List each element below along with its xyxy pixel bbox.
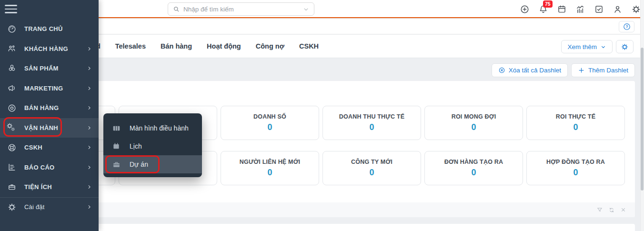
filter-icon[interactable]	[596, 207, 603, 213]
global-search[interactable]	[168, 2, 314, 16]
life-ring-icon	[6, 143, 17, 152]
sidebar-item-label: TRANG CHỦ	[24, 25, 63, 32]
chevron-right-icon	[86, 125, 92, 131]
chevron-down-icon[interactable]	[302, 6, 310, 13]
sidebar-item-label: VẬN HÀNH	[24, 124, 58, 131]
vertical-scrollbar[interactable]	[640, 0, 644, 231]
sidebar-item-label: Cài đặt	[24, 203, 45, 211]
tab-cong-no[interactable]: Công nợ	[256, 42, 284, 50]
sidebar-item-bao-cao[interactable]: BÁO CÁO	[0, 158, 99, 178]
dashlet-panel-footer	[8, 202, 635, 217]
hamburger-menu-icon[interactable]	[5, 5, 17, 16]
analytics-icon[interactable]	[575, 4, 585, 14]
tasks-check-icon[interactable]	[594, 4, 604, 14]
help-button[interactable]: ?	[619, 21, 634, 32]
tab-telesales[interactable]: Telesales	[115, 42, 146, 50]
dashlet-card-doanh-thu-thuc-te: DOANH THU THỰC TẾ 0	[322, 106, 421, 140]
card-title: ROI THỰC TẾ	[556, 113, 595, 120]
gear-icon	[621, 43, 629, 51]
sidebar-item-cskh[interactable]: CSKH	[0, 138, 99, 158]
briefcase-icon	[111, 160, 121, 169]
card-value: 0	[573, 168, 578, 178]
chevron-right-icon	[86, 85, 92, 91]
search-input[interactable]	[183, 6, 299, 13]
card-value: 0	[267, 122, 272, 132]
calendar-icon	[111, 142, 121, 151]
card-title: HỢP ĐỒNG TẠO RA	[546, 159, 605, 165]
plus-icon	[578, 67, 585, 74]
chevron-right-icon	[86, 164, 92, 171]
x-circle-icon	[498, 67, 505, 74]
card-title: ĐƠN HÀNG TẠO RA	[444, 159, 503, 165]
sidebar-item-cai-dat[interactable]: Cài đặt	[0, 197, 99, 217]
sidebar-item-ban-hang[interactable]: BÁN HÀNG	[0, 98, 99, 118]
clear-all-label: Xóa tất cả Dashlet	[509, 67, 561, 74]
dashlet-actions: Xóa tất cả Dashlet Thêm Dashlet	[492, 63, 635, 77]
tab-ban-hang[interactable]: Bán hàng	[161, 42, 192, 50]
gear-icon	[6, 202, 17, 212]
chevron-right-icon	[86, 105, 92, 111]
submenu-item-label: Dự án	[130, 161, 148, 168]
notifications-bell-icon[interactable]: 75	[538, 4, 548, 14]
sidebar-item-tien-ich[interactable]: TIỆN ÍCH	[0, 177, 99, 197]
dashlet-card-roi-thuc-te: ROI THỰC TẾ 0	[526, 106, 625, 140]
dashlet-card-cong-ty-moi: CÔNG TY MỚI 0	[322, 151, 421, 185]
calendar-icon[interactable]	[556, 4, 567, 14]
card-value: 0	[267, 168, 272, 178]
main-sidebar: TRANG CHỦ KHÁCH HÀNG SẢN PHẨM	[0, 0, 99, 231]
dashlet-card-hop-dong-tao-ra: HỢP ĐỒNG TẠO RA 0	[526, 151, 625, 185]
card-value: 0	[471, 168, 476, 178]
refresh-icon[interactable]	[608, 207, 615, 213]
crm-dashboard-window: 75 ? Dashboard Telesales	[0, 0, 644, 231]
chevron-down-icon	[600, 44, 606, 50]
chevron-right-icon	[86, 204, 92, 210]
tabs-settings-button[interactable]	[616, 40, 634, 53]
chevron-right-icon	[86, 144, 92, 151]
submenu-item-label: Màn hình điều hành	[130, 124, 189, 132]
submenu-item-lich[interactable]: Lịch	[103, 137, 202, 155]
submenu-item-du-an[interactable]: Dự án	[103, 155, 202, 173]
see-more-label: Xem thêm	[567, 43, 597, 50]
sidebar-item-label: TIỆN ÍCH	[24, 183, 52, 191]
sidebar-item-label: CSKH	[24, 144, 42, 151]
submenu-item-man-hinh-dieu-hanh[interactable]: Màn hình điều hành	[103, 119, 202, 137]
quick-add-icon[interactable]	[519, 4, 530, 14]
megaphone-icon	[6, 83, 17, 93]
customers-icon	[6, 44, 17, 53]
question-circle-icon: ?	[623, 22, 631, 31]
card-value: 0	[471, 122, 476, 132]
dashlet-card-nguoi-lien-he-moi: NGƯỜI LIÊN HỆ MỚI 0	[221, 151, 319, 185]
target-icon	[6, 103, 17, 113]
next-panel-edge	[8, 224, 635, 231]
dashlet-card-roi-mong-doi: ROI MONG ĐỢI 0	[424, 106, 523, 140]
tab-hoat-dong[interactable]: Hoạt động	[207, 42, 241, 50]
sidebar-item-trang-chu[interactable]: TRANG CHỦ	[0, 19, 99, 39]
user-profile-icon[interactable]	[612, 4, 623, 14]
settings-gear-icon[interactable]	[631, 4, 641, 14]
card-title: DOANH SỐ	[253, 113, 286, 120]
clear-all-dashlets-button[interactable]: Xóa tất cả Dashlet	[492, 63, 568, 77]
chevron-right-icon	[86, 65, 92, 71]
chevron-right-icon	[86, 46, 92, 52]
see-more-button[interactable]: Xem thêm	[561, 40, 613, 53]
add-dashlet-button[interactable]: Thêm Dashlet	[571, 63, 635, 77]
card-title: DOANH THU THỰC TẾ	[339, 113, 404, 120]
search-icon	[172, 5, 180, 13]
topbar-icon-cluster: 75	[519, 0, 641, 18]
add-dashlet-label: Thêm Dashlet	[588, 67, 628, 74]
dashlet-panel: DOANH SỐ 0 DOANH THU THỰC TẾ 0 ROI MONG …	[8, 81, 635, 217]
sidebar-item-van-hanh[interactable]: VẬN HÀNH	[0, 118, 99, 138]
sidebar-item-label: KHÁCH HÀNG	[24, 45, 68, 52]
close-icon[interactable]	[620, 207, 626, 213]
sidebar-item-khach-hang[interactable]: KHÁCH HÀNG	[0, 39, 99, 59]
tab-cskh[interactable]: CSKH	[299, 42, 319, 50]
sidebar-item-label: BÁO CÁO	[24, 164, 55, 171]
sidebar-item-marketing[interactable]: MARKETING	[0, 79, 99, 99]
sidebar-item-san-pham[interactable]: SẢN PHẨM	[0, 59, 99, 79]
products-cubes-icon	[6, 64, 17, 73]
scrollbar-thumb[interactable]	[641, 48, 644, 191]
card-title: ROI MONG ĐỢI	[452, 113, 496, 120]
dashboard-gauge-icon	[6, 24, 17, 34]
dashlet-card-don-hang-tao-ra: ĐƠN HÀNG TẠO RA 0	[424, 151, 523, 185]
svg-text:?: ?	[625, 25, 628, 29]
